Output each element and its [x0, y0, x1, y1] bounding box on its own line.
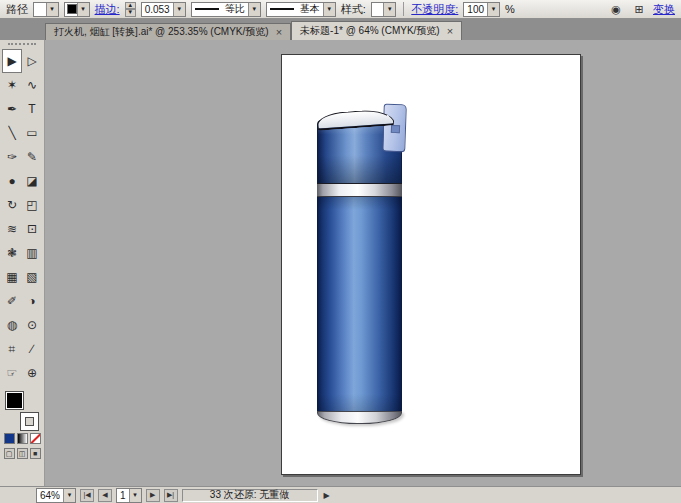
align-icon[interactable]: ⊞	[630, 1, 648, 17]
warp-tool[interactable]: ≋	[2, 217, 22, 241]
symbol-sprayer-tool[interactable]: ❃	[2, 241, 22, 265]
zoom-tool[interactable]: ⊕	[22, 361, 42, 385]
pen-tool[interactable]: ✒	[2, 97, 22, 121]
gradient-tool[interactable]: ▧	[22, 265, 42, 289]
tab-title: 未标题-1* @ 64% (CMYK/预览)	[300, 24, 440, 38]
free-transform-tool[interactable]: ⊡	[22, 217, 42, 241]
stroke-panel-link[interactable]: 描边:	[95, 2, 120, 17]
stroke-weight-value: 0.053	[142, 4, 173, 15]
lasso-tool[interactable]: ∿	[22, 73, 42, 97]
opacity-value: 100	[464, 4, 487, 15]
normal-screen-mode-icon[interactable]: ▢	[4, 448, 15, 459]
status-flyout-icon[interactable]: ▶	[322, 491, 332, 500]
panel-grip-handle[interactable]	[8, 43, 36, 47]
fill-color-swatch[interactable]	[5, 391, 24, 410]
brush-label: 基本	[297, 2, 323, 16]
paintbrush-tool[interactable]: ✑	[2, 145, 22, 169]
direct-selection-tool[interactable]: ▷	[22, 49, 42, 73]
width-profile-dropdown[interactable]: 等比 ▾	[191, 2, 261, 17]
lighter-metal-band	[317, 183, 402, 197]
artboard[interactable]	[281, 54, 581, 475]
first-artboard-button[interactable]: |◀	[80, 489, 94, 502]
context-label: 路径	[6, 2, 28, 17]
stepper-down-icon[interactable]: ▼	[125, 9, 136, 17]
previous-artboard-button[interactable]: ◀	[98, 489, 112, 502]
blob-brush-tool[interactable]: ●	[2, 169, 22, 193]
blend-tool[interactable]: ◑	[22, 289, 42, 313]
status-text: 33 次还原: 无重做	[182, 489, 318, 502]
chevron-down-icon: ▾	[383, 3, 395, 16]
full-screen-menu-mode-icon[interactable]: ◫	[17, 448, 28, 459]
gradient-button[interactable]	[17, 433, 28, 444]
tab-document-1[interactable]: 打火机, 烟缸 [转换].ai* @ 253.35% (CMYK/预览) ×	[45, 23, 291, 40]
illustrator-window: 路径 ▾ ▾ 描边: ▲ ▼ 0.053 ▾ 等比 ▾ 基本 ▾ 样式:	[0, 0, 681, 503]
artboard-number-dropdown[interactable]: 1 ▾	[116, 488, 142, 503]
chevron-down-icon: ▾	[487, 3, 499, 16]
chevron-down-icon: ▾	[173, 3, 185, 16]
hand-tool[interactable]: ☞	[2, 361, 22, 385]
tools-panel: ▶▷✶∿✒T╲▭✑✎●◪↻◰≋⊡❃▥▦▧✐◑◍⊙⌗∕☞⊕ ▢ ◫ ■	[0, 40, 45, 486]
lighter-body	[317, 197, 402, 411]
percent-sign: %	[505, 3, 515, 15]
eyedropper-tool[interactable]: ✐	[2, 289, 22, 313]
document-tabs: 打火机, 烟缸 [转换].ai* @ 253.35% (CMYK/预览) × 未…	[0, 19, 681, 40]
slice-tool[interactable]: ∕	[22, 337, 42, 361]
eraser-tool[interactable]: ◪	[22, 169, 42, 193]
workspace: ▶▷✶∿✒T╲▭✑✎●◪↻◰≋⊡❃▥▦▧✐◑◍⊙⌗∕☞⊕ ▢ ◫ ■	[0, 40, 681, 486]
chevron-down-icon: ▾	[46, 3, 58, 16]
color-mode-buttons	[4, 433, 41, 444]
magic-wand-tool[interactable]: ✶	[2, 73, 22, 97]
brush-preview	[270, 8, 294, 10]
column-graph-tool[interactable]: ▥	[22, 241, 42, 265]
live-paint-selection-tool[interactable]: ⊙	[22, 313, 42, 337]
style-dropdown[interactable]: ▾	[371, 2, 397, 17]
lighter-illustration[interactable]	[282, 55, 580, 474]
zoom-level-value: 64%	[37, 490, 63, 501]
next-artboard-button[interactable]: ▶	[146, 489, 160, 502]
live-paint-bucket-tool[interactable]: ◍	[2, 313, 22, 337]
stroke-color-swatch[interactable]	[20, 412, 39, 431]
lighter-bottom-cap	[317, 411, 402, 424]
close-icon[interactable]: ×	[276, 27, 282, 37]
divider	[403, 2, 404, 16]
pencil-tool[interactable]: ✎	[22, 145, 42, 169]
last-artboard-button[interactable]: ▶|	[164, 489, 178, 502]
width-profile-label: 等比	[222, 2, 248, 16]
chevron-down-icon: ▾	[63, 489, 75, 502]
rectangle-tool[interactable]: ▭	[22, 121, 42, 145]
stroke-weight-stepper[interactable]: ▲ ▼	[125, 2, 136, 17]
zoom-level-dropdown[interactable]: 64% ▾	[36, 488, 76, 503]
chevron-down-icon: ▾	[323, 3, 335, 16]
transform-panel-link[interactable]: 变换	[653, 2, 675, 17]
width-profile-preview	[195, 8, 219, 10]
stroke-color-dropdown[interactable]: ▾	[64, 2, 90, 17]
stepper-up-icon[interactable]: ▲	[125, 2, 136, 10]
stroke-weight-dropdown[interactable]: 0.053 ▾	[141, 2, 186, 17]
rotate-tool[interactable]: ↻	[2, 193, 22, 217]
chevron-down-icon: ▾	[77, 3, 89, 16]
brush-definition-dropdown[interactable]: 基本 ▾	[266, 2, 336, 17]
stroke-color-swatch	[67, 4, 77, 14]
line-segment-tool[interactable]: ╲	[2, 121, 22, 145]
selection-tool[interactable]: ▶	[2, 49, 22, 73]
artboard-number: 1	[117, 490, 129, 501]
type-tool[interactable]: T	[22, 97, 42, 121]
opacity-panel-link[interactable]: 不透明度:	[411, 2, 458, 17]
canvas[interactable]	[45, 40, 681, 486]
full-screen-mode-icon[interactable]: ■	[30, 448, 41, 459]
toolbar-tools: ▶▷✶∿✒T╲▭✑✎●◪↻◰≋⊡❃▥▦▧✐◑◍⊙⌗∕☞⊕	[2, 49, 42, 385]
mesh-tool[interactable]: ▦	[2, 265, 22, 289]
status-bar: 64% ▾ |◀ ◀ 1 ▾ ▶ ▶| 33 次还原: 无重做 ▶	[0, 486, 681, 503]
scale-tool[interactable]: ◰	[22, 193, 42, 217]
artboard-tool[interactable]: ⌗	[2, 337, 22, 361]
tab-title: 打火机, 烟缸 [转换].ai* @ 253.35% (CMYK/预览)	[54, 25, 269, 39]
close-icon[interactable]: ×	[447, 26, 453, 36]
color-button[interactable]	[4, 433, 15, 444]
opacity-dropdown[interactable]: 100 ▾	[463, 2, 500, 17]
tab-document-2[interactable]: 未标题-1* @ 64% (CMYK/预览) ×	[291, 21, 462, 40]
recolor-artwork-icon[interactable]: ◉	[607, 1, 625, 17]
chevron-down-icon: ▾	[248, 3, 260, 16]
fill-color-dropdown[interactable]: ▾	[33, 2, 59, 17]
none-button[interactable]	[30, 433, 41, 444]
style-label: 样式:	[341, 2, 366, 17]
